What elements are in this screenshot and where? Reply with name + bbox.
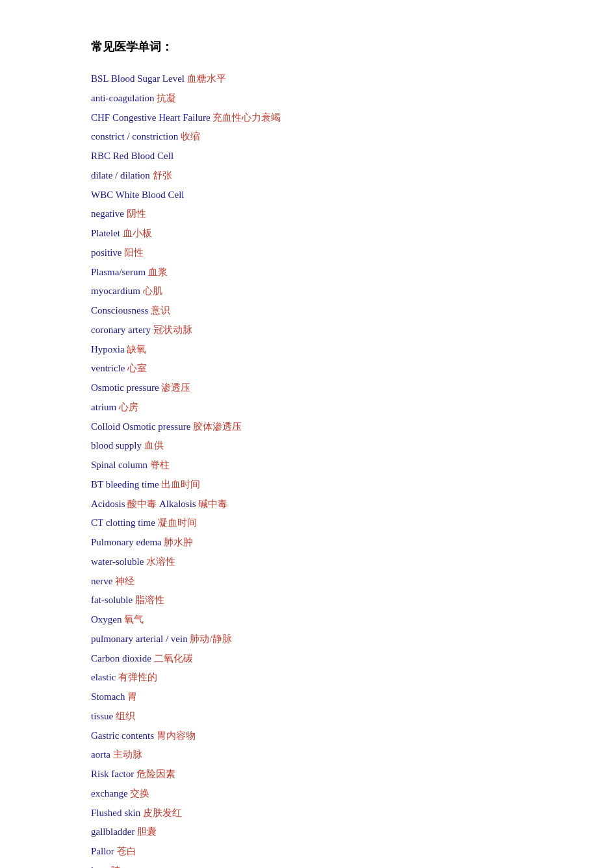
list-item: Flushed skin 皮肤发红 <box>91 804 536 823</box>
list-item: anti-coagulation 抗凝 <box>91 90 536 108</box>
list-item: Carbon dioxide 二氧化碳 <box>91 650 536 668</box>
list-item: exchange 交换 <box>91 785 536 803</box>
list-item: aorta 主动脉 <box>91 746 536 764</box>
list-item: nerve 神经 <box>91 573 536 591</box>
list-item: pulmonary arterial / vein 肺动/静脉 <box>91 630 536 649</box>
list-item: BSL Blood Sugar Level 血糖水平 <box>91 70 536 88</box>
list-item: tissue 组织 <box>91 708 536 726</box>
list-item: Risk factor 危险因素 <box>91 765 536 784</box>
list-item: myocardium 心肌 <box>91 282 536 301</box>
list-item: Spinal column 脊柱 <box>91 456 536 475</box>
list-item: atrium 心房 <box>91 399 536 417</box>
list-item: negative 阴性 <box>91 205 536 223</box>
list-item: BT bleeding time 出血时间 <box>91 476 536 494</box>
list-item: Platelet 血小板 <box>91 225 536 243</box>
list-item: Pulmonary edema 肺水肿 <box>91 534 536 552</box>
vocab-list: BSL Blood Sugar Level 血糖水平anti-coagulati… <box>91 70 536 868</box>
list-item: elastic 有弹性的 <box>91 669 536 687</box>
list-item: lung 肺 <box>91 862 536 868</box>
list-item: Stomach 胃 <box>91 688 536 706</box>
list-item: CHF Congestive Heart Failure 充血性心力衰竭 <box>91 109 536 127</box>
list-item: Oxygen 氧气 <box>91 611 536 629</box>
list-item: Osmotic pressure 渗透压 <box>91 379 536 397</box>
page-title: 常见医学单词： <box>91 39 536 55</box>
list-item: Acidosis 酸中毒 Alkalosis 碱中毒 <box>91 495 536 514</box>
list-item: dilate / dilation 舒张 <box>91 167 536 185</box>
list-item: gallbladder 胆囊 <box>91 823 536 841</box>
list-item: ventricle 心室 <box>91 360 536 378</box>
list-item: constrict / constriction 收缩 <box>91 128 536 146</box>
list-item: Consciousness 意识 <box>91 302 536 320</box>
list-item: Pallor 苍白 <box>91 843 536 861</box>
list-item: WBC White Blood Cell <box>91 186 536 205</box>
list-item: coronary artery 冠状动脉 <box>91 321 536 340</box>
list-item: Colloid Osmotic pressure 胶体渗透压 <box>91 418 536 436</box>
list-item: blood supply 血供 <box>91 437 536 455</box>
list-item: fat-soluble 脂溶性 <box>91 591 536 610</box>
list-item: positive 阳性 <box>91 244 536 262</box>
list-item: CT clotting time 凝血时间 <box>91 514 536 532</box>
list-item: Gastric contents 胃内容物 <box>91 727 536 745</box>
list-item: Hypoxia 缺氧 <box>91 341 536 359</box>
list-item: water-soluble 水溶性 <box>91 553 536 571</box>
list-item: Plasma/serum 血浆 <box>91 264 536 282</box>
list-item: RBC Red Blood Cell <box>91 147 536 166</box>
